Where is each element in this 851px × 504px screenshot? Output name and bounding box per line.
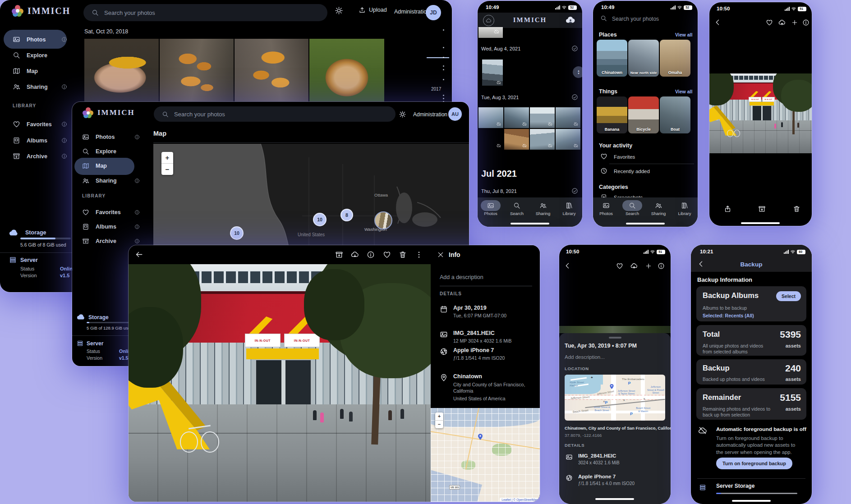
- archive-button[interactable]: [335, 251, 343, 259]
- info-badge-icon[interactable]: [134, 210, 140, 215]
- nav-sharing[interactable]: Sharing: [645, 202, 672, 216]
- activity-recently-added[interactable]: Recently added: [614, 169, 650, 174]
- favorite-button[interactable]: [383, 251, 391, 259]
- zoom-out-button[interactable]: −: [161, 163, 173, 175]
- photo-in-n-out[interactable]: IN-N-OUT IN-N-OUT: [709, 73, 812, 153]
- info-badge-icon[interactable]: [134, 224, 140, 229]
- nav-library[interactable]: Library: [672, 202, 698, 216]
- sidebar-item-archive[interactable]: Archive: [82, 238, 116, 245]
- sidebar-item-map[interactable]: Map: [13, 67, 38, 75]
- theme-toggle-button[interactable]: [335, 6, 343, 15]
- search-input[interactable]: Search your photos: [154, 106, 396, 122]
- map-zoom-control[interactable]: + −: [161, 152, 173, 175]
- add-button[interactable]: [645, 262, 652, 270]
- detail-location[interactable]: Chinatown City and County of San Francis…: [453, 373, 530, 401]
- photo-thumbnail[interactable]: [235, 39, 308, 101]
- select-group-icon[interactable]: [571, 188, 578, 194]
- upload-cloud-button[interactable]: [778, 19, 786, 26]
- info-badge-icon[interactable]: [134, 238, 140, 244]
- home-indicator[interactable]: [595, 498, 634, 500]
- map-attribution[interactable]: Leaflet | © OpenStreetMap: [500, 498, 540, 502]
- home-indicator[interactable]: [732, 500, 771, 502]
- share-button[interactable]: [724, 205, 731, 213]
- map-cluster[interactable]: 10: [230, 226, 244, 240]
- download-button[interactable]: [351, 251, 359, 259]
- photo-strip[interactable]: [559, 326, 671, 333]
- back-button[interactable]: [564, 262, 571, 270]
- zoom-in-button[interactable]: +: [161, 152, 173, 163]
- sidebar-item-explore[interactable]: Explore: [13, 51, 47, 59]
- nav-library[interactable]: Library: [556, 202, 582, 216]
- info-badge-icon[interactable]: [61, 121, 67, 127]
- info-badge-icon[interactable]: [61, 153, 67, 159]
- zoom-out-button[interactable]: −: [435, 420, 443, 428]
- photo-in-n-out[interactable]: IN-N-OUT IN-N-OUT: [129, 264, 431, 502]
- zoom-in-button[interactable]: +: [435, 412, 443, 420]
- description-input[interactable]: Add a description: [440, 274, 483, 280]
- thing-card-boat[interactable]: Boat: [660, 96, 690, 133]
- info-button[interactable]: [658, 262, 665, 270]
- close-icon[interactable]: [437, 251, 444, 258]
- thing-card-banana[interactable]: Banana: [597, 96, 627, 133]
- info-badge-icon[interactable]: [61, 84, 67, 90]
- place-card-chinatown[interactable]: Chinatown: [597, 40, 627, 77]
- sidebar-item-sharing[interactable]: Sharing: [82, 177, 117, 184]
- archive-button[interactable]: [758, 205, 766, 213]
- turn-on-backup-button[interactable]: Turn on foreground backup: [716, 458, 792, 469]
- immich-logo[interactable]: IMMICH: [83, 107, 135, 118]
- place-card-omaha[interactable]: Omaha: [660, 40, 690, 77]
- nav-photos[interactable]: Photos: [593, 202, 619, 216]
- place-card-near-north-side[interactable]: Near north side: [628, 40, 659, 77]
- select-group-icon[interactable]: [571, 94, 578, 101]
- sidebar-item-favorites[interactable]: Favorites: [82, 209, 121, 216]
- map-zoom-control[interactable]: + −: [435, 412, 443, 428]
- add-button[interactable]: [791, 19, 798, 26]
- places-view-all[interactable]: View all: [675, 32, 692, 37]
- sidebar-item-archive[interactable]: Archive: [13, 152, 47, 160]
- photo-thumbnail[interactable]: [84, 39, 159, 101]
- sidebar-item-photos[interactable]: Photos: [13, 36, 46, 43]
- home-indicator[interactable]: [741, 222, 780, 224]
- upload-button[interactable]: Upload: [359, 6, 387, 14]
- nav-search[interactable]: Search: [619, 202, 645, 216]
- activity-favorites[interactable]: Favorites: [614, 154, 635, 160]
- profile-icon[interactable]: [565, 14, 576, 27]
- map-photo-marker[interactable]: [374, 211, 392, 229]
- map-cluster[interactable]: 8: [340, 209, 353, 221]
- upload-cloud-button[interactable]: [630, 262, 638, 270]
- location-map[interactable]: ✕ ✕ ✕ P P P + Hyde Street Harbor The Emb…: [565, 375, 665, 421]
- administration-link[interactable]: Administration: [394, 9, 430, 15]
- administration-link[interactable]: Administration: [413, 111, 447, 118]
- nav-search[interactable]: Search: [504, 202, 530, 216]
- sidebar-item-map[interactable]: Map: [82, 162, 107, 170]
- sidebar-item-albums[interactable]: Albums: [82, 223, 116, 230]
- sidebar-item-albums[interactable]: Albums: [13, 137, 47, 144]
- favorite-button[interactable]: [766, 19, 773, 26]
- select-button[interactable]: Select: [776, 291, 801, 301]
- back-button[interactable]: [714, 18, 722, 26]
- sidebar-item-sharing[interactable]: Sharing: [13, 83, 48, 91]
- delete-button[interactable]: [793, 205, 800, 213]
- nav-photos[interactable]: Photos: [478, 202, 504, 216]
- map-cluster[interactable]: 10: [313, 213, 327, 226]
- info-badge-icon[interactable]: [61, 37, 67, 42]
- sidebar-item-photos[interactable]: Photos: [82, 133, 115, 141]
- home-indicator[interactable]: [626, 223, 665, 225]
- drag-handle[interactable]: [609, 337, 621, 339]
- info-badge-icon[interactable]: [134, 134, 140, 140]
- delete-button[interactable]: [399, 251, 407, 259]
- home-indicator[interactable]: [511, 223, 549, 225]
- scroll-handle[interactable]: ▲▼: [573, 66, 582, 78]
- search-input[interactable]: Search your photos: [83, 4, 327, 21]
- info-badge-icon[interactable]: [61, 137, 67, 143]
- sidebar-item-favorites[interactable]: Favorites: [13, 120, 52, 128]
- select-group-icon[interactable]: [571, 45, 578, 52]
- theme-toggle-button[interactable]: [399, 110, 406, 118]
- sidebar-item-explore[interactable]: Explore: [82, 148, 116, 155]
- more-options-button[interactable]: [415, 251, 423, 259]
- favorite-button[interactable]: [616, 262, 623, 270]
- info-button[interactable]: [367, 251, 375, 259]
- photo-thumbnail[interactable]: [160, 39, 234, 101]
- immich-logo[interactable]: IMMICH: [12, 5, 70, 17]
- nav-sharing[interactable]: Sharing: [530, 202, 556, 216]
